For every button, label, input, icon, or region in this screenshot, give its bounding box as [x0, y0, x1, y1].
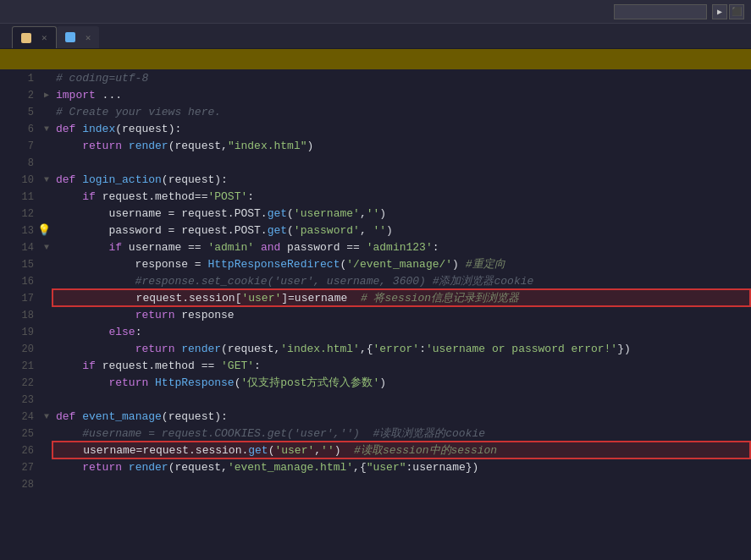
left-gutter [0, 69, 12, 560]
fold-icon[interactable]: ▼ [41, 239, 52, 255]
table-row: 14▼ if username == 'admin' and password … [12, 239, 750, 255]
fold-icon [41, 475, 52, 492]
fold-icon [41, 255, 52, 272]
line-number: 2 [12, 86, 41, 103]
line-number: 7 [12, 137, 41, 154]
fold-icon [41, 205, 52, 222]
code-cell: if request.method == 'GET': [52, 357, 750, 374]
line-number: 5 [12, 103, 41, 120]
table-row: 26 username=request.session.get('user','… [12, 442, 750, 458]
fold-icon [41, 103, 52, 120]
table-row: 18 return response [12, 306, 750, 323]
table-row: 7 return render(request,"index.html") [12, 137, 750, 154]
code-cell: def login_action(request): [52, 171, 750, 188]
table-row: 19 else: [12, 323, 750, 340]
table-row: 25 #username = request.COOKIES.get('user… [12, 425, 750, 442]
fold-icon[interactable]: ▶ [41, 86, 52, 103]
line-number: 6 [12, 120, 41, 137]
fold-icon[interactable]: ▼ [41, 120, 52, 137]
fold-icon [41, 357, 52, 374]
fold-icon [41, 340, 52, 357]
line-number: 18 [12, 306, 41, 323]
code-cell: #response.set_cookie('user', username, 3… [52, 272, 750, 289]
line-number: 17 [12, 289, 41, 306]
debug-button[interactable]: ⬛ [729, 4, 744, 19]
code-cell: request.session['user']=username # 将sess… [52, 289, 750, 306]
code-cell: # Create your views here. [52, 103, 750, 120]
table-row: 16 #response.set_cookie('user', username… [12, 272, 750, 289]
line-number: 21 [12, 357, 41, 374]
fold-icon [41, 323, 52, 340]
fold-icon[interactable]: ▼ [41, 171, 52, 188]
fold-icon [41, 306, 52, 323]
line-number: 19 [12, 323, 41, 340]
code-cell: if request.method=='POST': [52, 188, 750, 205]
table-row: 28 [12, 475, 750, 492]
table-row: 22 return HttpResponse('仅支持post方式传入参数') [12, 374, 750, 391]
top-toolbar: ▶ ⬛ [0, 0, 751, 24]
code-cell: else: [52, 323, 750, 340]
fold-icon [41, 272, 52, 289]
line-number: 15 [12, 255, 41, 272]
code-cell [52, 391, 750, 408]
table-row: 12 username = request.POST.get('username… [12, 205, 750, 222]
tab-views[interactable]: ✕ [12, 26, 57, 48]
code-cell: import ... [52, 86, 750, 103]
bulb-icon[interactable]: 💡 [37, 223, 51, 237]
tab-settings-close[interactable]: ✕ [86, 32, 91, 43]
line-number: 10 [12, 171, 41, 188]
line-number: 16 [12, 272, 41, 289]
table-row: 11 if request.method=='POST': [12, 188, 750, 205]
line-number: 20 [12, 340, 41, 357]
table-row: 10▼def login_action(request): [12, 171, 750, 188]
views-file-icon [21, 33, 31, 43]
line-number: 26 [12, 442, 41, 458]
table-row: 21 if request.method == 'GET': [12, 357, 750, 374]
tab-views-close[interactable]: ✕ [41, 32, 47, 43]
table-row: 15 response = HttpResponseRedirect('/eve… [12, 255, 750, 272]
code-cell: 💡 password = request.POST.get('password'… [52, 222, 750, 239]
table-row: 23 [12, 391, 750, 408]
code-cell: return HttpResponse('仅支持post方式传入参数') [52, 374, 750, 391]
table-row: 13💡 password = request.POST.get('passwor… [12, 222, 750, 239]
interpreter-dropdown[interactable] [614, 4, 707, 19]
line-number: 24 [12, 408, 41, 425]
fold-icon [41, 425, 52, 442]
run-button[interactable]: ▶ [712, 4, 727, 19]
line-number: 11 [12, 188, 41, 205]
fold-icon [41, 69, 52, 86]
line-number: 27 [12, 458, 41, 475]
fold-icon [41, 154, 52, 171]
fold-icon [41, 137, 52, 154]
fold-icon [41, 374, 52, 391]
table-row: 5# Create your views here. [12, 103, 750, 120]
fold-icon[interactable]: ▼ [41, 408, 52, 425]
code-cell: if username == 'admin' and password == '… [52, 239, 750, 255]
tab-settings[interactable]: ✕ [57, 26, 100, 48]
fold-icon [41, 188, 52, 205]
code-cell: username = request.POST.get('username','… [52, 205, 750, 222]
line-number: 8 [12, 154, 41, 171]
line-number: 22 [12, 374, 41, 391]
fold-icon [41, 391, 52, 408]
table-row: 6▼def index(request): [12, 120, 750, 137]
code-cell: return render(request,'index.html',{'err… [52, 340, 750, 357]
line-number: 23 [12, 391, 41, 408]
editor-area: 1# coding=utf-82▶import ...5# Create you… [0, 69, 751, 560]
code-cell: return render(request,'event_manage.html… [52, 458, 750, 475]
line-number: 13 [12, 222, 41, 239]
table-row: 8 [12, 154, 750, 171]
table-row: 2▶import ... [12, 86, 750, 103]
code-cell [52, 154, 750, 171]
code-cell: def index(request): [52, 120, 750, 137]
code-cell: username=request.session.get('user','') … [52, 442, 750, 458]
code-cell: #username = request.COOKIES.get('user','… [52, 425, 750, 442]
fold-icon [41, 458, 52, 475]
line-number: 25 [12, 425, 41, 442]
line-number: 1 [12, 69, 41, 86]
code-cell: return render(request,"index.html") [52, 137, 750, 154]
code-cell: response = HttpResponseRedirect('/event_… [52, 255, 750, 272]
tab-bar: ✕ ✕ [0, 24, 751, 49]
code-cell: def event_manage(request): [52, 408, 750, 425]
code-cell: # coding=utf-8 [52, 69, 750, 86]
